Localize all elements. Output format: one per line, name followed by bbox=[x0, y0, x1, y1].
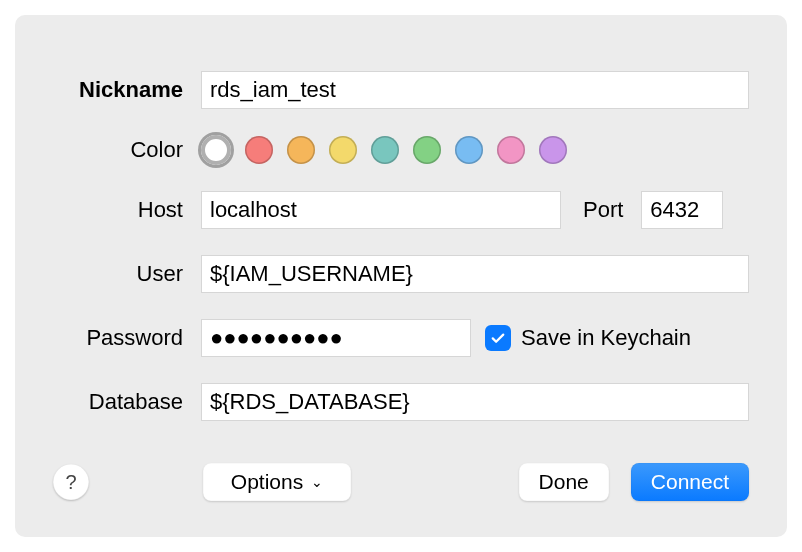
help-icon: ? bbox=[65, 471, 76, 494]
chevron-down-icon: ⌄ bbox=[311, 474, 323, 490]
save-keychain-checkbox[interactable] bbox=[485, 325, 511, 351]
options-label: Options bbox=[231, 470, 303, 494]
label-host: Host bbox=[53, 197, 201, 223]
help-button[interactable]: ? bbox=[53, 464, 89, 500]
database-input[interactable] bbox=[201, 383, 749, 421]
label-database: Database bbox=[53, 389, 201, 415]
color-swatch-blue[interactable] bbox=[455, 136, 483, 164]
color-swatch-orange[interactable] bbox=[287, 136, 315, 164]
row-host: Host Port bbox=[53, 191, 749, 229]
connect-button[interactable]: Connect bbox=[631, 463, 749, 501]
label-nickname: Nickname bbox=[53, 77, 201, 103]
save-keychain-wrap: Save in Keychain bbox=[485, 325, 691, 351]
row-color: Color bbox=[53, 135, 749, 165]
label-password: Password bbox=[53, 325, 201, 351]
check-icon bbox=[489, 329, 507, 347]
color-swatch-teal[interactable] bbox=[371, 136, 399, 164]
connection-panel: Nickname Color Host Port bbox=[15, 15, 787, 537]
color-swatch-purple[interactable] bbox=[539, 136, 567, 164]
port-input[interactable] bbox=[641, 191, 723, 229]
footer: ? Options ⌄ Done Connect bbox=[53, 463, 749, 501]
color-swatch-none[interactable] bbox=[201, 135, 231, 165]
connect-label: Connect bbox=[651, 470, 729, 494]
color-swatches bbox=[201, 135, 567, 165]
row-database: Database bbox=[53, 383, 749, 421]
done-button[interactable]: Done bbox=[519, 463, 609, 501]
nickname-input[interactable] bbox=[201, 71, 749, 109]
label-port: Port bbox=[583, 197, 623, 223]
row-nickname: Nickname bbox=[53, 71, 749, 109]
save-keychain-label: Save in Keychain bbox=[521, 325, 691, 351]
row-user: User bbox=[53, 255, 749, 293]
color-swatch-pink[interactable] bbox=[497, 136, 525, 164]
label-user: User bbox=[53, 261, 201, 287]
host-input[interactable] bbox=[201, 191, 561, 229]
user-input[interactable] bbox=[201, 255, 749, 293]
done-label: Done bbox=[539, 470, 589, 494]
color-swatch-red[interactable] bbox=[245, 136, 273, 164]
label-color: Color bbox=[53, 137, 201, 163]
color-swatch-green[interactable] bbox=[413, 136, 441, 164]
row-password: Password Save in Keychain bbox=[53, 319, 749, 357]
options-button[interactable]: Options ⌄ bbox=[203, 463, 351, 501]
color-swatch-yellow[interactable] bbox=[329, 136, 357, 164]
password-input[interactable] bbox=[201, 319, 471, 357]
